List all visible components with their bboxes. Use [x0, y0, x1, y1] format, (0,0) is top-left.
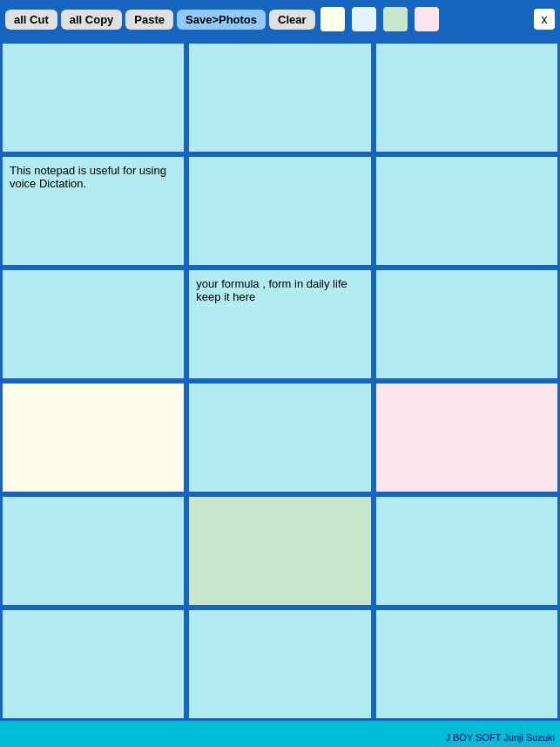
- cell-8[interactable]: your formula , form in daily life keep i…: [186, 268, 373, 381]
- cell-8-text: your formula , form in daily life keep i…: [196, 277, 347, 303]
- cell-6[interactable]: [374, 154, 560, 268]
- close-button[interactable]: x: [534, 9, 555, 30]
- cell-18[interactable]: [374, 608, 560, 721]
- cell-4[interactable]: This notepad is useful for using voice D…: [0, 154, 186, 268]
- cell-3[interactable]: [374, 41, 560, 154]
- footer: J BOY SOFT Junji Suzuki: [445, 728, 555, 747]
- footer-label: J BOY SOFT Junji Suzuki: [445, 732, 555, 743]
- clear-button[interactable]: Clear: [269, 10, 315, 30]
- yellow-swatch[interactable]: [319, 5, 347, 33]
- cell-9[interactable]: [374, 268, 560, 381]
- light-pink-swatch[interactable]: [413, 5, 441, 33]
- toolbar: all Cut all Copy Paste Save>Photos Clear…: [0, 0, 560, 38]
- cell-16[interactable]: [0, 608, 186, 721]
- cell-1[interactable]: [0, 41, 186, 154]
- note-grid: This notepad is useful for using voice D…: [0, 38, 560, 728]
- cell-12[interactable]: [374, 381, 560, 494]
- cell-4-text: This notepad is useful for using voice D…: [10, 164, 166, 190]
- cell-14[interactable]: [186, 494, 373, 608]
- save-photos-button[interactable]: Save>Photos: [177, 10, 266, 30]
- cell-2[interactable]: [186, 41, 373, 154]
- paste-button[interactable]: Paste: [125, 10, 173, 30]
- cell-17[interactable]: [186, 608, 373, 721]
- light-blue-swatch[interactable]: [350, 5, 378, 33]
- cell-13[interactable]: [0, 494, 186, 608]
- cell-10[interactable]: [0, 381, 186, 494]
- light-green-swatch[interactable]: [381, 5, 409, 33]
- cell-11[interactable]: [186, 381, 373, 494]
- all-copy-button[interactable]: all Copy: [61, 10, 123, 30]
- cell-15[interactable]: [374, 494, 560, 608]
- all-cut-button[interactable]: all Cut: [5, 10, 57, 30]
- cell-7[interactable]: [0, 268, 186, 381]
- cell-5[interactable]: [186, 154, 373, 268]
